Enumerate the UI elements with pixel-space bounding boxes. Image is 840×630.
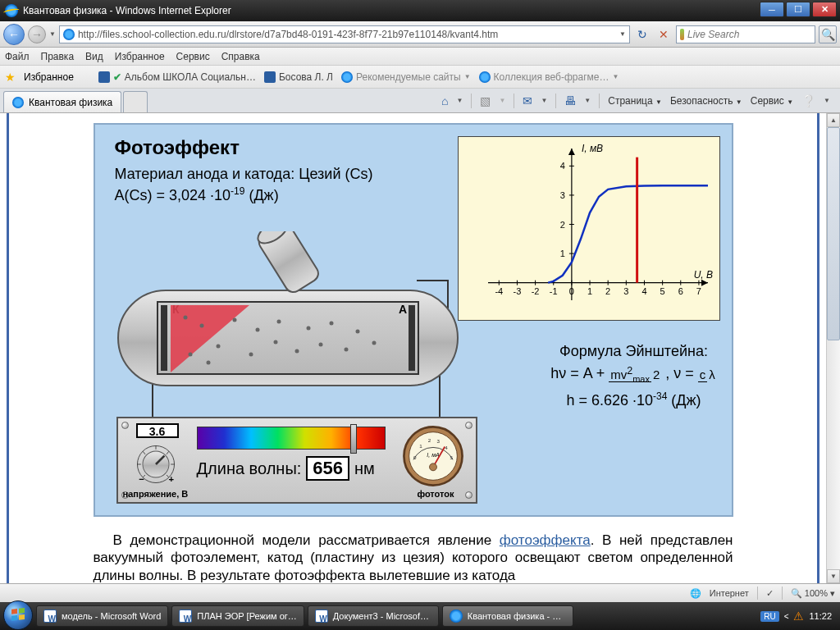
- menu-file[interactable]: Файл: [5, 51, 30, 62]
- tray-chevron-icon[interactable]: <: [784, 612, 789, 621]
- favorites-item-1[interactable]: ✔ Альбом ШКОЛА Социальн…: [98, 71, 256, 83]
- menu-tools[interactable]: Сервис: [176, 51, 210, 62]
- zoom-level[interactable]: 🔍 100% ▾: [791, 588, 835, 599]
- taskbar-item-4[interactable]: Квантовая физика - …: [442, 605, 573, 627]
- system-tray: RU < ⚠ 11:22: [760, 609, 837, 623]
- word-icon: [179, 609, 192, 623]
- svg-text:7: 7: [696, 286, 701, 296]
- stop-button[interactable]: ✕: [655, 25, 673, 43]
- start-button[interactable]: [3, 600, 33, 630]
- search-input[interactable]: [687, 29, 811, 40]
- svg-text:3: 3: [436, 438, 440, 444]
- voltage-knob[interactable]: − +: [135, 443, 177, 486]
- url-dropdown-icon[interactable]: ▼: [619, 30, 626, 38]
- svg-text:-2: -2: [531, 286, 539, 296]
- favorites-item-2[interactable]: Босова Л. Л: [264, 71, 333, 83]
- tab-favicon: [12, 97, 24, 108]
- scroll-thumb[interactable]: [827, 127, 840, 340]
- svg-point-58: [355, 330, 359, 334]
- svg-text:6: 6: [678, 286, 682, 296]
- svg-text:2: 2: [559, 220, 564, 230]
- anode-label: А: [399, 303, 407, 316]
- svg-point-46: [199, 324, 203, 328]
- svg-text:3: 3: [623, 286, 628, 296]
- einstein-formula: Формула Эйнштейна: hν = A + mv2max2 , ν …: [548, 343, 720, 409]
- phototube: К А: [112, 231, 472, 395]
- print-icon[interactable]: 🖶: [564, 94, 576, 107]
- language-indicator[interactable]: RU: [760, 611, 778, 622]
- new-tab-button[interactable]: [123, 91, 148, 112]
- home-icon[interactable]: ⌂: [441, 94, 448, 107]
- forward-button[interactable]: →: [28, 25, 46, 43]
- word-icon: [315, 609, 328, 623]
- taskbar-item-3[interactable]: Документ3 - Microsof…: [308, 605, 439, 627]
- alert-icon[interactable]: ⚠: [793, 609, 804, 623]
- tab-active[interactable]: Квантовая физика: [3, 91, 121, 112]
- menu-favorites[interactable]: Избранное: [115, 51, 165, 62]
- feeds-icon[interactable]: ▧: [480, 94, 491, 107]
- cmd-service[interactable]: Сервис ▼: [751, 95, 793, 107]
- svg-text:0: 0: [568, 286, 573, 296]
- description-text: В демонстрационной модели рассматриваетс…: [94, 532, 733, 584]
- menu-help[interactable]: Справка: [221, 51, 260, 62]
- svg-rect-88: [19, 608, 25, 614]
- favorites-item-3[interactable]: Рекомендуемые сайты ▼: [341, 71, 471, 83]
- svg-text:U, В: U, В: [693, 269, 712, 281]
- search-button[interactable]: 🔍: [819, 25, 837, 43]
- favorites-star-icon[interactable]: ★: [5, 71, 16, 84]
- scroll-down-button[interactable]: ▼: [827, 569, 840, 583]
- control-panel: 3.6 − +: [116, 417, 477, 504]
- photoeffect-link[interactable]: фотоэффекта: [500, 532, 591, 548]
- protected-mode-icon: ✓: [766, 588, 774, 599]
- browser-content: Фотоэффект Материал анода и катода: Цези…: [0, 113, 840, 583]
- svg-point-86: [429, 463, 436, 471]
- vertical-scrollbar[interactable]: ▲ ▼: [826, 113, 840, 583]
- command-bar: ⌂▼ ▧▼ ✉▼ 🖶▼ Страница ▼ Безопасность ▼ Се…: [435, 89, 837, 112]
- svg-text:+: +: [168, 474, 174, 484]
- window-buttons: ─ ☐ ✕: [760, 4, 840, 17]
- wavelength-spectrum[interactable]: [197, 427, 386, 450]
- svg-point-54: [306, 326, 310, 331]
- nav-bar: ← → ▼ ▼ ↻ ✕ 🔍: [0, 21, 840, 48]
- refresh-button[interactable]: ↻: [633, 25, 651, 43]
- meter-label: фототок: [417, 489, 454, 499]
- taskbar: модель - Microsoft Word ПЛАН ЭОР [Режим …: [0, 602, 840, 630]
- svg-point-59: [372, 341, 376, 345]
- taskbar-item-2[interactable]: ПЛАН ЭОР [Режим ог…: [171, 605, 304, 627]
- mail-icon[interactable]: ✉: [523, 94, 532, 107]
- voltage-display: 3.6: [136, 423, 179, 438]
- menu-view[interactable]: Вид: [85, 51, 103, 62]
- svg-text:4: 4: [559, 161, 564, 171]
- back-button[interactable]: ←: [3, 24, 25, 45]
- menu-edit[interactable]: Правка: [41, 51, 75, 62]
- cmd-page[interactable]: Страница ▼: [608, 95, 662, 107]
- wavelength-value: 656: [306, 456, 349, 481]
- search-box[interactable]: [676, 25, 815, 43]
- tab-title: Квантовая физика: [29, 97, 112, 108]
- clock[interactable]: 11:22: [809, 611, 832, 621]
- svg-rect-90: [19, 614, 25, 620]
- svg-point-57: [344, 348, 348, 352]
- svg-marker-1: [701, 280, 708, 286]
- svg-point-52: [276, 320, 281, 324]
- minimize-button[interactable]: ─: [760, 2, 784, 17]
- cmd-safety[interactable]: Безопасность ▼: [670, 95, 742, 107]
- url-input[interactable]: [78, 29, 616, 40]
- history-dropdown-icon[interactable]: ▼: [49, 30, 56, 38]
- svg-text:5: 5: [450, 454, 453, 460]
- scroll-up-button[interactable]: ▲: [827, 113, 840, 127]
- taskbar-item-1[interactable]: модель - Microsoft Word: [36, 605, 168, 627]
- maximize-button[interactable]: ☐: [786, 2, 810, 17]
- link-icon: [98, 71, 110, 83]
- help-icon[interactable]: ❔: [801, 94, 815, 107]
- svg-point-51: [273, 340, 277, 345]
- address-bar[interactable]: ▼: [59, 25, 630, 43]
- svg-rect-87: [11, 609, 17, 614]
- wavelength-row: Длина волны: 656 нм: [197, 456, 375, 481]
- material-line: Материал анода и катода: Цезий (Cs): [115, 166, 373, 183]
- iv-graph: -4-3-2-1012345671234U, ВI, мВ: [458, 136, 720, 321]
- svg-marker-3: [568, 148, 574, 155]
- favorites-item-4[interactable]: Коллекция веб-фрагме… ▼: [479, 71, 619, 83]
- close-button[interactable]: ✕: [812, 2, 837, 17]
- wavelength-slider[interactable]: [350, 424, 357, 454]
